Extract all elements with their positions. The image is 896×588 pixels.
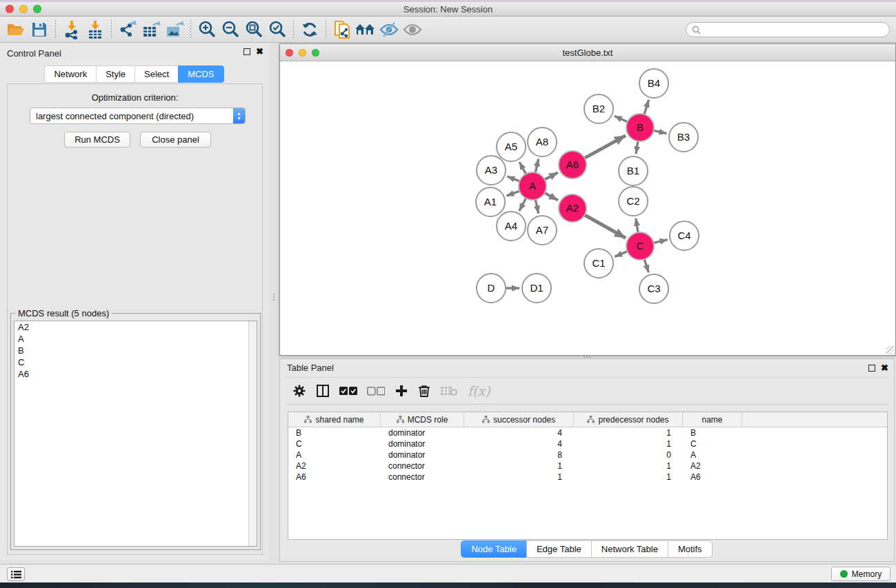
node-B3[interactable]: B3 <box>669 123 698 152</box>
network-window-titlebar[interactable]: testGlobe.txt <box>280 44 895 61</box>
table-cell[interactable]: A6 <box>683 472 742 482</box>
table-row[interactable]: Adominator80A <box>288 449 887 460</box>
table-cell[interactable]: A <box>683 450 742 460</box>
mcds-result-list[interactable]: A2ABCA6 <box>14 321 257 547</box>
edge-A-A5[interactable] <box>519 162 526 174</box>
node-C[interactable]: C <box>626 232 654 260</box>
table-cell[interactable]: A <box>288 450 381 460</box>
node-A5[interactable]: A5 <box>497 132 526 161</box>
table-cell[interactable]: 4 <box>464 439 574 449</box>
table-row[interactable]: Bdominator41B <box>288 427 887 438</box>
result-list-scrollbar[interactable] <box>248 321 257 546</box>
table-cell[interactable]: dominator <box>381 439 464 449</box>
table-cell[interactable]: 1 <box>464 461 574 471</box>
table-cell[interactable]: connector <box>381 472 464 482</box>
float-table-panel-icon[interactable] <box>868 365 875 372</box>
table-cell[interactable]: dominator <box>381 428 464 438</box>
table-cell[interactable]: B <box>288 428 381 438</box>
node-B1[interactable]: B1 <box>619 156 648 185</box>
network-graph[interactable]: B4B2BB3A5A8A3A6B1AA1C2A2A4A7CC4C1C3DD1 <box>280 61 895 355</box>
table-row[interactable]: A2connector11A2 <box>288 460 887 472</box>
node-D1[interactable]: D1 <box>522 274 551 303</box>
zoom-in-icon[interactable] <box>195 19 219 40</box>
table-cell[interactable]: 1 <box>464 472 574 482</box>
node-B2[interactable]: B2 <box>584 94 613 123</box>
hide-graphics-details-icon[interactable] <box>377 19 401 40</box>
node-A6[interactable]: A6 <box>559 151 586 179</box>
float-panel-icon[interactable] <box>243 48 250 55</box>
edge-A2-C[interactable] <box>584 215 626 238</box>
node-table[interactable]: shared nameMCDS rolesuccessor nodesprede… <box>288 412 888 540</box>
export-table-icon[interactable] <box>139 19 163 40</box>
delete-table-icon[interactable] <box>440 385 458 396</box>
zoom-selected-icon[interactable] <box>266 19 289 40</box>
memory-button[interactable]: Memory <box>831 567 890 581</box>
edge-B-B4[interactable] <box>644 100 649 114</box>
search-input[interactable] <box>704 25 889 34</box>
network-canvas[interactable]: B4B2BB3A5A8A3A6B1AA1C2A2A4A7CC4C1C3DD1 <box>280 61 895 355</box>
import-network-icon[interactable] <box>60 19 83 40</box>
zoom-fit-icon[interactable] <box>242 19 266 40</box>
close-table-panel-icon[interactable]: ✖ <box>881 365 888 372</box>
edge-C-C3[interactable] <box>644 259 648 272</box>
column-header-shared-name[interactable]: shared name <box>288 412 381 427</box>
import-table-icon[interactable] <box>83 19 107 40</box>
table-cell[interactable]: 0 <box>574 450 683 460</box>
show-columns-icon[interactable] <box>316 384 330 398</box>
node-C4[interactable]: C4 <box>670 221 699 250</box>
task-history-button[interactable] <box>7 567 25 581</box>
tab-select[interactable]: Select <box>135 65 179 83</box>
delete-columns-icon[interactable] <box>418 384 430 398</box>
save-session-icon[interactable] <box>28 19 51 40</box>
table-row[interactable]: A6connector11A6 <box>288 472 887 483</box>
edge-A-A4[interactable] <box>519 199 526 211</box>
column-header-name[interactable]: name <box>683 412 742 427</box>
table-row[interactable]: Cdominator41C <box>288 438 887 449</box>
show-all-networks-icon[interactable] <box>354 19 377 40</box>
edge-A-A1[interactable] <box>506 191 519 196</box>
edge-A-A3[interactable] <box>507 176 519 181</box>
node-A2[interactable]: A2 <box>559 194 586 222</box>
edge-A-A8[interactable] <box>535 159 538 172</box>
tab-edge-table[interactable]: Edge Table <box>526 540 592 558</box>
apply-function-icon[interactable]: f(x) <box>468 383 490 398</box>
close-panel-button[interactable]: Close panel <box>140 132 211 148</box>
node-B4[interactable]: B4 <box>639 69 668 98</box>
tab-network-table[interactable]: Network Table <box>591 540 668 558</box>
tab-node-table[interactable]: Node Table <box>461 540 527 558</box>
node-D[interactable]: D <box>477 274 506 303</box>
column-header-predecessor-nodes[interactable]: predecessor nodes <box>574 412 683 427</box>
export-network-icon[interactable] <box>116 19 139 40</box>
node-C2[interactable]: C2 <box>619 187 648 216</box>
run-mcds-button[interactable]: Run MCDS <box>64 132 130 148</box>
edge-C-C4[interactable] <box>653 240 667 243</box>
node-A3[interactable]: A3 <box>477 156 506 185</box>
table-cell[interactable]: 1 <box>574 461 683 471</box>
tab-mcds[interactable]: MCDS <box>178 65 223 83</box>
table-cell[interactable]: A2 <box>288 461 381 471</box>
table-cell[interactable]: C <box>288 439 381 449</box>
select-all-checkboxes-icon[interactable] <box>339 387 357 396</box>
tab-motifs[interactable]: Motifs <box>668 540 713 558</box>
add-column-icon[interactable] <box>395 384 408 398</box>
table-cell[interactable]: 1 <box>574 439 683 449</box>
show-graphics-details-icon[interactable] <box>401 19 424 40</box>
edge-A-A6[interactable] <box>545 172 558 179</box>
column-header-MCDS-role[interactable]: MCDS role <box>381 412 464 427</box>
result-list-item[interactable]: A6 <box>14 368 257 380</box>
tab-style[interactable]: Style <box>96 65 135 83</box>
table-cell[interactable]: 1 <box>574 472 683 482</box>
table-cell[interactable]: A2 <box>683 461 742 471</box>
result-list-item[interactable]: C <box>14 356 257 368</box>
edge-C-C2[interactable] <box>636 219 638 233</box>
table-cell[interactable]: dominator <box>381 450 464 460</box>
result-list-item[interactable]: A2 <box>14 321 257 333</box>
search-field[interactable] <box>686 22 890 37</box>
table-cell[interactable]: 4 <box>464 428 574 438</box>
column-header-successor-nodes[interactable]: successor nodes <box>464 412 574 427</box>
duplicate-network-icon[interactable] <box>330 19 354 40</box>
node-B[interactable]: B <box>626 114 654 141</box>
node-A4[interactable]: A4 <box>497 212 526 241</box>
result-list-item[interactable]: A <box>14 333 257 345</box>
edge-A-A7[interactable] <box>535 200 538 214</box>
